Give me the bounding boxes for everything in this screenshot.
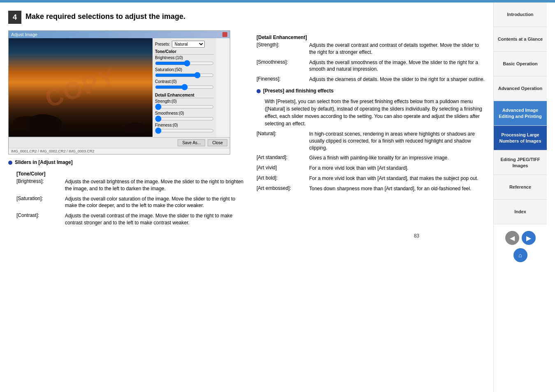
detail-enhancement-heading: [Detail Enhancement] [257,35,485,40]
dialog-close-button[interactable]: Close [208,139,227,146]
dialog-sidebar: Presets: Natural Art standard Art vivid … [153,38,216,137]
fineness-label: Fineness:(0) [155,123,214,127]
saturation-def: Adjusts the overall color saturation of … [65,196,247,210]
presets-text: With [Presets], you can select from the … [257,98,485,127]
tone-color-label: Tone/Color [155,49,214,55]
sliders-section: Sliders in [Adjust Image] [Tone/Color] [… [8,159,247,226]
sidebar-item-contents[interactable]: Contents at a Glance [494,27,547,52]
step-header: 4 Make required selections to adjust the… [8,11,485,24]
sidebar-nav: Introduction Contents at a Glance Basic … [493,2,547,392]
smoothness-term: [Smoothness]: [257,59,306,73]
smoothness-def: Adjusts the overall smoothness of the im… [309,59,485,73]
brightness-term: [Brightness]: [16,178,62,192]
fineness-slider[interactable] [155,128,214,133]
sidebar-item-index[interactable]: Index [494,200,547,224]
saturation-term: [Saturation]: [16,196,62,210]
art-embossed-def: Tones down sharpness more than [Art stan… [309,185,485,192]
step-title: Make required selections to adjust the i… [25,12,185,21]
art-standard-term: [Art standard]: [257,154,306,161]
adjust-image-dialog: Adjust Image COPY [8,30,230,154]
detail-enhancement-label: Detail Enhancement [155,93,214,98]
dialog-footer: Save As... Close [9,137,230,148]
brightness-slider[interactable] [155,61,214,66]
contrast-def: Adjusts the overall contrast of the imag… [65,212,247,226]
preset-label: Presets: [155,42,170,46]
contrast-slider[interactable] [155,85,214,90]
tone-color-heading: [Tone/Color] [8,171,247,177]
natural-def: In high-contrast scenes, rendering in ar… [309,131,485,151]
bullet-dot [8,161,12,165]
next-btn[interactable]: ▶ [522,231,536,245]
content-area: 4 Make required selections to adjust the… [0,2,493,392]
smoothness-label: Smoothness:(0) [155,111,214,115]
sidebar-item-editing-jpeg[interactable]: Editing JPEG/TIFF Images [494,150,547,175]
dialog-close-btn[interactable] [222,32,227,37]
dialog-titlebar: Adjust Image [9,31,230,38]
presets-heading: [Presets] and finishing effects [263,88,333,94]
left-column: Adjust Image COPY [8,30,247,230]
nav-arrows: ◀ ▶ ⌂ [494,224,547,269]
page-number: 83 [414,233,419,239]
sidebar-item-advanced[interactable]: Advanced Operation [494,76,547,101]
contrast-label: Contrast:(0) [155,79,214,84]
saturation-slider[interactable] [155,73,214,78]
art-vivid-term: [Art vivid] [257,165,306,172]
preset-select[interactable]: Natural Art standard Art vivid Art bold … [172,41,205,48]
presets-section: [Presets] and finishing effects With [Pr… [257,88,485,192]
sidebar-item-introduction[interactable]: Introduction [494,2,547,27]
right-column: [Detail Enhancement] [Strength]: Adjusts… [257,30,485,230]
presets-bullet [257,89,261,93]
brightness-label: Brightness:(10) [155,55,214,60]
art-bold-def: For a more vivid look than with [Art sta… [309,175,485,182]
strength-def: Adjusts the overall contrast and contras… [309,42,485,56]
art-vivid-def: For a more vivid look than with [Art sta… [309,165,485,172]
fineness-term: [Fineness]: [257,76,306,83]
fineness-def: Adjusts the clearness of details. Move t… [309,76,485,83]
sliders-heading: Sliders in [Adjust Image] [15,159,73,165]
home-btn[interactable]: ⌂ [513,248,527,262]
art-bold-term: [Art bold]: [257,175,306,182]
brightness-def: Adjusts the overall brightness of the im… [65,178,247,192]
dialog-title: Adjust Image [11,32,37,37]
sidebar-item-reference[interactable]: Reference [494,175,547,200]
strength-term: [Strength]: [257,42,306,56]
strength-slider[interactable] [155,104,214,109]
page-footer: 83 [8,230,485,242]
saturation-label: Saturation:(50) [155,67,214,72]
save-as-btn[interactable]: Save As... [178,139,205,146]
dialog-image: COPY [9,38,153,137]
contrast-term: [Contrast]: [16,212,62,226]
sidebar-item-advanced-editing[interactable]: Advanced Image Editing and Printing [494,101,547,126]
sidebar-item-basic[interactable]: Basic Operation [494,52,547,76]
art-standard-def: Gives a finish with painting-like tonali… [309,154,485,161]
dialog-filename: IMG_0001.CR2 / IMG_0002.CR2 / IMG_0003.C… [9,148,230,154]
prev-btn[interactable]: ◀ [505,231,519,245]
strength-label: Strength:(0) [155,99,214,104]
natural-term: [Natural]: [257,131,306,151]
smoothness-slider[interactable] [155,116,214,121]
step-number: 4 [8,11,21,24]
art-embossed-term: [Art embossed]: [257,185,306,192]
sidebar-item-processing[interactable]: Processing Large Numbers of Images [494,126,547,150]
